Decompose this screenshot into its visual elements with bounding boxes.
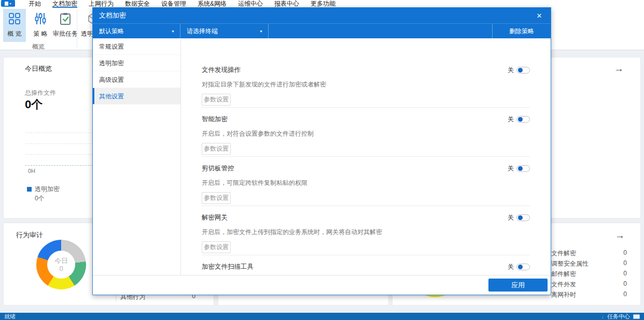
chart-legend-label: 透明加密 [35, 185, 60, 194]
toggle-knob [518, 117, 523, 122]
ribbon-policy-button[interactable]: 策 略 [29, 9, 52, 42]
list-item: 文件解密 0 [551, 249, 627, 259]
terminal-select-placeholder: 请选择终端 [187, 27, 218, 36]
menu-item-start[interactable]: 开始 [29, 0, 41, 8]
chart-x-tick: 0H [28, 168, 35, 174]
chart-legend-value: 0个 [35, 194, 45, 203]
grid-icon [8, 12, 21, 27]
list-item: 离网补时 0 [551, 290, 627, 301]
setting-title: 智能加密 [202, 115, 228, 124]
app-menu-button[interactable]: ▾ [1, 0, 15, 7]
menu-item-report-center[interactable]: 报表中心 [274, 0, 299, 8]
behavior-donut-center: 今日 0 [47, 251, 75, 279]
status-ready-text: 就绪 [4, 313, 16, 320]
param-settings-button[interactable]: 参数设置 [202, 241, 231, 253]
toggle-knob [518, 166, 523, 171]
chevron-down-icon: ▾ [9, 2, 11, 5]
param-settings-button[interactable]: 参数设置 [202, 192, 231, 204]
file-icon [5, 2, 8, 6]
menu-item-data-security[interactable]: 数据安全 [125, 0, 150, 8]
total-files-value: 0个 [25, 97, 43, 112]
nav-item-advanced[interactable]: 高级设置 [93, 71, 180, 88]
toggle-switch[interactable] [516, 165, 530, 172]
nav-item-transparent[interactable]: 透明加密 [93, 55, 180, 71]
task-center-button[interactable]: 任务中心 [607, 313, 630, 320]
toggle-switch[interactable] [516, 264, 530, 270]
clipboard-check-icon [59, 12, 72, 27]
setting-title: 解密网关 [202, 213, 228, 222]
ribbon-overview-label: 概 览 [7, 30, 21, 38]
toggle-switch[interactable] [516, 214, 530, 221]
download-arrow-icon: ↓ [601, 313, 605, 319]
menu-item-more[interactable]: 更多功能 [311, 0, 335, 8]
setting-row-scan-tool: 加密文件扫描工具 关 开启后，终端可以使用扫描工具扫描本地磁盘上的加密文件及解密… [202, 255, 530, 275]
stat-value: 0 [623, 280, 627, 290]
today-overview-title: 今日概览 [25, 64, 52, 74]
stat-value: 0 [623, 249, 627, 259]
menubar: ▾ 开始 文档加密 上网行为 数据安全 设备管理 系统&网络 运维中心 报表中心… [0, 0, 644, 8]
legend-square-icon [27, 187, 32, 192]
toggle-state-label: 关 [508, 66, 514, 75]
toggle-state-label: 关 [508, 263, 514, 271]
toggle-switch[interactable] [516, 67, 530, 74]
ribbon-approval-label: 审批任务 [53, 30, 78, 38]
statusbar: 就绪 ↓ 任务中心 [0, 313, 644, 320]
ribbon-group-divider [77, 10, 77, 48]
ribbon-group-label: 概览 [0, 42, 77, 51]
encrypt-card-arrow-icon[interactable]: → [615, 230, 625, 240]
policy-select-value: 默认策略 [99, 27, 124, 36]
dialog-filterbar: 默认策略 ▼ 请选择终端 ▼ 删除策略 [93, 23, 551, 38]
nav-item-other[interactable]: 其他设置 [93, 88, 180, 105]
setting-desc: 开启后，加密文件上传到指定的业务系统时，网关将自动对其解密 [202, 228, 530, 237]
doc-encryption-dialog: 文档加密 ✕ 默认策略 ▼ 请选择终端 ▼ 删除策略 常规设置 透明加密 高级设… [92, 7, 551, 295]
param-settings-button[interactable]: 参数设置 [202, 94, 231, 106]
setting-row-file-discovery: 文件发现操作 关 对指定目录下新发现的文件进行加密或者解密 参数设置 [202, 59, 530, 108]
application-window: ▾ 开始 文档加密 上网行为 数据安全 设备管理 系统&网络 运维中心 报表中心… [0, 0, 644, 320]
behavior-donut-center-label: 今日 [54, 257, 68, 265]
setting-row-clipboard: 剪切板管控 关 开启后，可限定跨软件复制粘贴的权限 参数设置 [202, 157, 530, 206]
terminal-select[interactable]: 请选择终端 ▼ [180, 24, 269, 39]
menu-item-web-behavior[interactable]: 上网行为 [89, 0, 114, 8]
dialog-settings-list: 文件发现操作 关 对指定目录下新发现的文件进行加密或者解密 参数设置 智能加密 … [181, 38, 551, 275]
dialog-body: 常规设置 透明加密 高级设置 其他设置 文件发现操作 关 对指定目录下新发现的文… [93, 38, 551, 275]
sliders-icon [34, 12, 47, 27]
menu-item-device-mgmt[interactable]: 设备管理 [161, 0, 186, 8]
setting-desc: 开启后，对符合设置参数的文件进行控制 [202, 129, 530, 138]
toggle-state-label: 关 [508, 213, 514, 222]
toggle-switch[interactable] [516, 116, 530, 123]
stat-label: 文件解密 [551, 249, 576, 259]
stat-value: 0 [623, 259, 627, 270]
setting-desc: 对指定目录下新发现的文件进行加密或者解密 [202, 80, 530, 89]
stat-label: 文件外发 [551, 280, 576, 290]
chevron-down-icon: ▼ [259, 30, 263, 33]
total-files-label: 总操作文件 [25, 89, 56, 97]
policy-select[interactable]: 默认策略 ▼ [93, 24, 180, 39]
close-icon[interactable]: ✕ [533, 8, 545, 23]
behavior-donut-center-value: 0 [59, 265, 63, 272]
menu-item-ops-center[interactable]: 运维中心 [238, 0, 263, 8]
nav-item-general[interactable]: 常规设置 [93, 38, 180, 55]
setting-title: 文件发现操作 [202, 66, 241, 75]
apply-button[interactable]: 应用 [488, 279, 548, 292]
toggle-state-label: 关 [508, 164, 514, 173]
ribbon-policy-label: 策 略 [33, 30, 47, 38]
toggle-state-label: 关 [508, 115, 514, 124]
menu-item-system-network[interactable]: 系统&网络 [198, 0, 227, 8]
stat-label: 调整安全属性 [551, 259, 589, 270]
dialog-footer: 应用 [93, 275, 551, 295]
ribbon-overview-button[interactable]: 概 览 [3, 9, 26, 42]
delete-policy-button[interactable]: 删除策略 [492, 24, 551, 39]
stat-label: 邮件解密 [551, 270, 576, 280]
setting-desc: 开启后，可限定跨软件复制粘贴的权限 [202, 179, 530, 187]
ribbon-approval-button[interactable]: 审批任务 [52, 9, 79, 42]
menu-item-doc-encryption[interactable]: 文档加密 [52, 0, 77, 8]
param-settings-button[interactable]: 参数设置 [202, 143, 231, 155]
dialog-nav: 常规设置 透明加密 高级设置 其他设置 [93, 38, 181, 275]
setting-row-decrypt-gateway: 解密网关 关 开启后，加密文件上传到指定的业务系统时，网关将自动对其解密 参数设… [202, 206, 530, 255]
task-window-icon[interactable] [633, 314, 640, 319]
today-overview-arrow-icon[interactable]: → [614, 64, 624, 74]
list-item: 调整安全属性 0 [551, 259, 627, 270]
toggle-knob [518, 68, 523, 72]
encrypt-stats-list: 文件解密 0 调整安全属性 0 邮件解密 0 文件外发 0 离网补时 0 [551, 249, 627, 301]
toggle-knob [518, 215, 523, 220]
